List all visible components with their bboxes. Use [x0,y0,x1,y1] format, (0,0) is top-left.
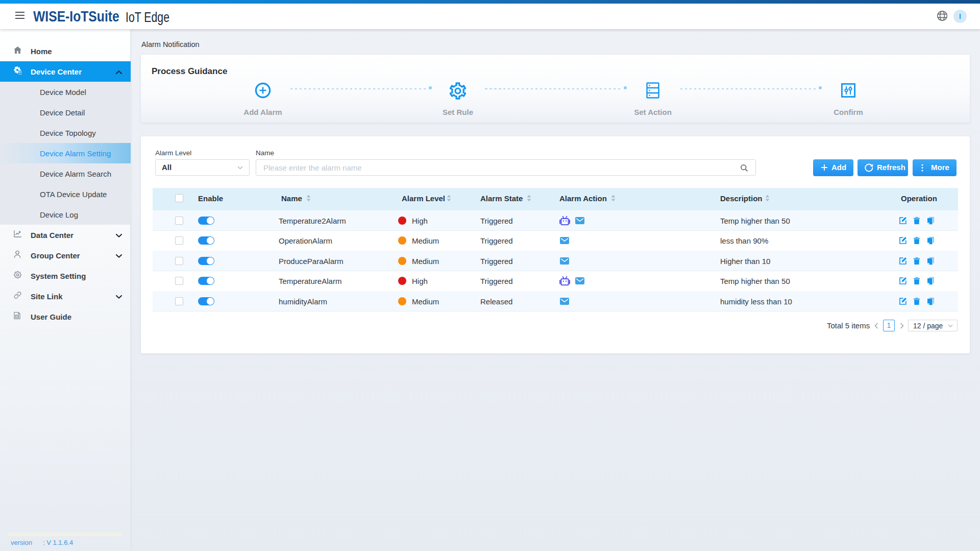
svg-text:W: W [16,315,18,318]
